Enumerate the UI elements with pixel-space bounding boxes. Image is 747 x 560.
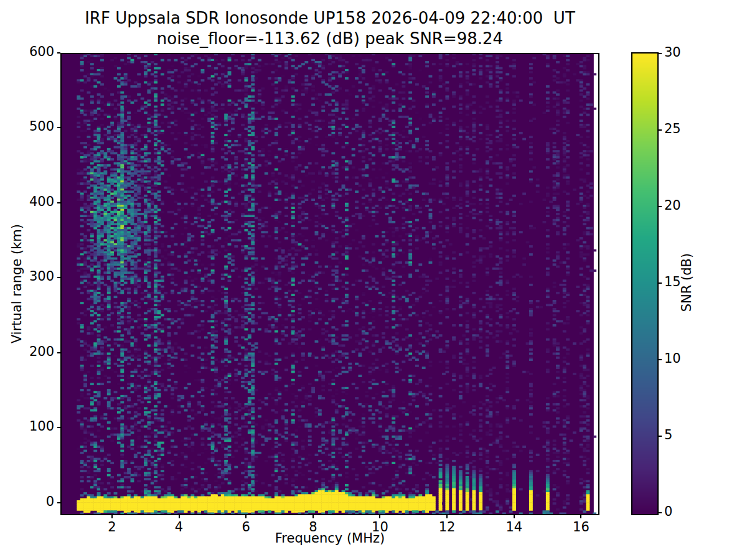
x-tick-mark bbox=[514, 515, 515, 518]
y-tick-mark bbox=[57, 202, 60, 203]
colorbar-tick-label: 25 bbox=[664, 121, 681, 136]
colorbar-tick-label: 10 bbox=[664, 351, 681, 366]
y-tick-mark bbox=[57, 427, 60, 428]
colorbar-tick-mark bbox=[659, 436, 662, 437]
x-tick-mark bbox=[446, 515, 448, 518]
plot-area bbox=[60, 53, 599, 515]
y-tick-label: 400 bbox=[29, 194, 54, 209]
x-tick-mark bbox=[580, 515, 581, 518]
x-tick-mark bbox=[312, 515, 314, 518]
x-tick-label: 16 bbox=[573, 520, 590, 534]
x-tick-mark bbox=[111, 515, 113, 518]
x-tick-mark bbox=[179, 515, 180, 518]
y-tick-label: 500 bbox=[29, 119, 54, 134]
y-axis-label: Virtual range (km) bbox=[9, 190, 26, 377]
y-tick-label: 600 bbox=[29, 44, 54, 59]
y-tick-label: 100 bbox=[29, 419, 54, 434]
y-tick-mark bbox=[57, 502, 60, 503]
colorbar-tick-mark bbox=[659, 282, 662, 284]
colorbar-tick-mark bbox=[659, 53, 662, 54]
y-tick-label: 0 bbox=[46, 494, 54, 509]
y-tick-label: 300 bbox=[29, 269, 54, 284]
x-tick-label: 2 bbox=[108, 520, 116, 534]
colorbar-tick-mark bbox=[659, 206, 662, 207]
y-tick-mark bbox=[57, 352, 60, 353]
colorbar-label: SNR (dB) bbox=[679, 189, 695, 376]
colorbar-tick-label: 0 bbox=[664, 504, 672, 519]
x-tick-label: 8 bbox=[309, 520, 317, 534]
colorbar bbox=[631, 52, 659, 515]
x-tick-label: 6 bbox=[242, 520, 250, 534]
colorbar-tick-label: 30 bbox=[664, 45, 681, 60]
chart-title: IRF Uppsala SDR Ionosonde UP158 2026-04-… bbox=[60, 9, 599, 27]
x-tick-label: 12 bbox=[439, 520, 456, 534]
y-tick-mark bbox=[57, 52, 60, 54]
colorbar-tick-mark bbox=[659, 359, 662, 360]
colorbar-tick-label: 15 bbox=[664, 274, 681, 289]
chart-subtitle: noise_floor=-113.62 (dB) peak SNR=98.24 bbox=[60, 29, 599, 48]
x-tick-label: 14 bbox=[505, 520, 522, 534]
x-tick-mark bbox=[379, 515, 380, 518]
colorbar-tick-label: 5 bbox=[664, 427, 672, 442]
y-tick-label: 200 bbox=[29, 344, 54, 359]
x-tick-label: 4 bbox=[175, 520, 183, 534]
y-tick-mark bbox=[57, 277, 60, 278]
x-tick-label: 10 bbox=[372, 520, 388, 534]
heatmap-canvas bbox=[60, 53, 599, 515]
colorbar-tick-mark bbox=[659, 512, 662, 513]
ionogram-figure: IRF Uppsala SDR Ionosonde UP158 2026-04-… bbox=[0, 0, 747, 560]
colorbar-gradient bbox=[632, 54, 657, 514]
x-tick-mark bbox=[245, 515, 247, 518]
colorbar-tick-label: 20 bbox=[664, 198, 681, 213]
colorbar-tick-mark bbox=[659, 129, 662, 131]
y-tick-mark bbox=[57, 127, 60, 128]
